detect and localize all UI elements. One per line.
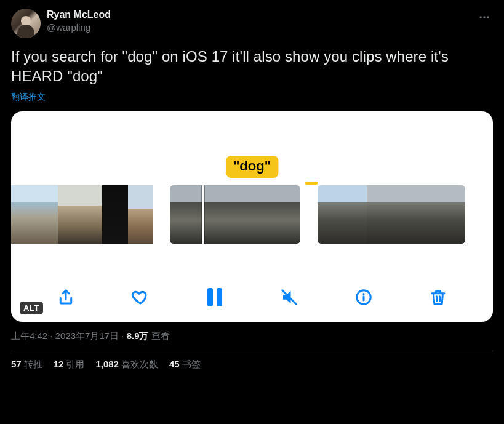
video-frame bbox=[236, 185, 268, 244]
timeline-marker bbox=[305, 182, 318, 185]
favorite-button[interactable] bbox=[128, 285, 153, 310]
video-timeline[interactable] bbox=[11, 185, 493, 244]
engagement-stats: 57转推 12引用 1,082喜欢次数 45书签 bbox=[11, 359, 493, 370]
clip-group bbox=[170, 185, 300, 244]
video-frame bbox=[58, 185, 80, 244]
svg-point-0 bbox=[480, 16, 482, 18]
video-frame bbox=[11, 185, 34, 244]
video-frame bbox=[268, 185, 300, 244]
video-frame bbox=[441, 185, 465, 244]
media-attachment[interactable]: "dog" bbox=[11, 111, 493, 322]
svg-point-1 bbox=[483, 16, 485, 18]
video-frame bbox=[391, 185, 416, 244]
likes-stat[interactable]: 1,082喜欢次数 bbox=[95, 359, 158, 370]
share-button[interactable] bbox=[54, 285, 78, 310]
trash-icon bbox=[429, 288, 447, 306]
video-frame bbox=[342, 185, 367, 244]
more-options-button[interactable] bbox=[476, 9, 493, 26]
pause-icon bbox=[217, 288, 222, 306]
info-icon bbox=[354, 288, 373, 306]
view-label: 查看 bbox=[151, 330, 170, 341]
tweet-header: Ryan McLeod @warpling bbox=[11, 9, 493, 38]
bookmarks-stat[interactable]: 45书签 bbox=[169, 359, 201, 370]
tweet-metadata: 上午4:42 · 2023年7月17日 · 8.9万 查看 bbox=[11, 330, 493, 342]
user-handle: @warpling bbox=[47, 22, 111, 34]
clip-group bbox=[318, 185, 465, 244]
video-frame bbox=[170, 185, 202, 244]
svg-point-2 bbox=[487, 16, 489, 18]
video-frame bbox=[128, 185, 153, 244]
ellipsis-icon bbox=[478, 11, 490, 23]
video-frame bbox=[318, 185, 342, 244]
info-button[interactable] bbox=[351, 285, 376, 310]
pause-icon bbox=[207, 288, 213, 306]
author-block[interactable]: Ryan McLeod @warpling bbox=[47, 9, 111, 33]
video-frame bbox=[34, 185, 58, 244]
display-name: Ryan McLeod bbox=[47, 9, 111, 22]
video-frame bbox=[80, 185, 102, 244]
avatar[interactable] bbox=[11, 9, 41, 38]
share-icon bbox=[57, 288, 75, 306]
translate-link[interactable]: 翻译推文 bbox=[11, 92, 46, 103]
clip-group bbox=[11, 185, 153, 244]
video-frame bbox=[367, 185, 391, 244]
delete-button[interactable] bbox=[426, 285, 450, 310]
retweets-stat[interactable]: 57转推 bbox=[11, 359, 42, 370]
pause-button[interactable] bbox=[202, 285, 227, 310]
caption-token: "dog" bbox=[226, 156, 278, 178]
video-frame bbox=[102, 185, 128, 244]
tweet-container: Ryan McLeod @warpling If you search for … bbox=[0, 0, 504, 378]
speaker-muted-icon bbox=[280, 288, 298, 306]
tweet-text: If you search for "dog" on iOS 17 it'll … bbox=[11, 47, 493, 87]
post-date[interactable]: 2023年7月17日 bbox=[55, 330, 119, 341]
divider bbox=[11, 351, 493, 351]
playhead[interactable] bbox=[202, 185, 204, 244]
heart-icon bbox=[131, 288, 150, 306]
media-toolbar bbox=[11, 285, 493, 310]
video-frame bbox=[204, 185, 236, 244]
video-frame bbox=[416, 185, 441, 244]
view-count: 8.9万 bbox=[127, 330, 149, 341]
post-time[interactable]: 上午4:42 bbox=[11, 330, 47, 341]
quotes-stat[interactable]: 12引用 bbox=[54, 359, 85, 370]
mute-button[interactable] bbox=[277, 285, 302, 310]
alt-badge[interactable]: ALT bbox=[20, 302, 43, 314]
